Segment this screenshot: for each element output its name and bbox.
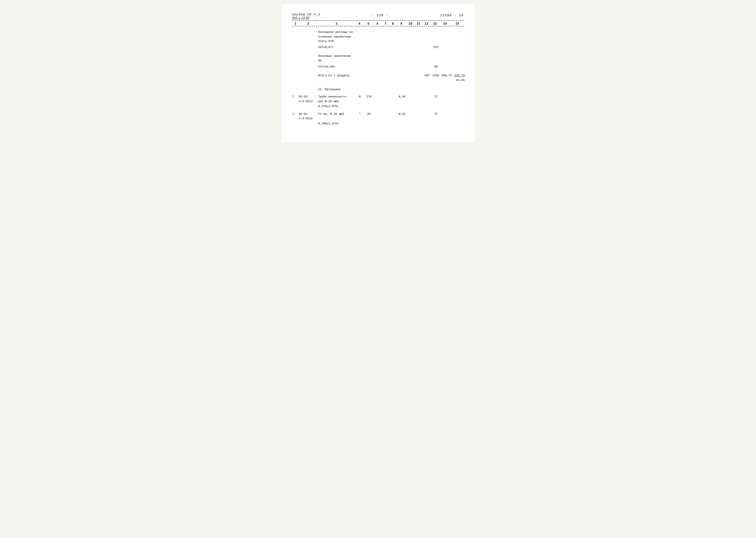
material-row-2: 2. 05-03п.8-0I25 То же, Ø 25 мм2 " 20 0,… xyxy=(292,112,464,126)
overhead-title: Накладные расходы наосновную заработнуюп… xyxy=(318,30,355,44)
cell-3-overhead: Накладные расходы наосновную заработнуюп… xyxy=(318,30,355,44)
planned-val: 89 xyxy=(432,65,440,69)
row2-unit: " xyxy=(355,112,364,117)
row1-qty: I78 xyxy=(364,94,374,99)
row2-num: 2. xyxy=(292,112,299,117)
material-row-1-top: I. 05-03п.8-0I23 Труба винипласто-вая Ø … xyxy=(292,94,464,104)
row2-qty: 20 xyxy=(364,112,374,117)
overhead-formula-row: 34Ix0,87= 297 xyxy=(292,45,464,50)
row1-code: 05-03п.8-0I23 xyxy=(299,94,318,104)
row1-num: I. xyxy=(292,94,299,99)
right-code: 21598 - 18 xyxy=(440,14,464,17)
col-header-7: 7 xyxy=(382,22,389,26)
col-header-3: 3 xyxy=(318,22,355,26)
itogo-label: Итого по I разделу: xyxy=(318,73,355,78)
content-area: Накладные расходы наосновную заработнуюп… xyxy=(292,30,464,126)
row1-formula: 0,370xI,076= xyxy=(318,104,355,109)
planned-title: Плановые накопления8% xyxy=(318,54,355,63)
overhead-formula: 34Ix0,87= xyxy=(318,45,355,50)
col-header-6: 6 xyxy=(373,22,382,26)
planned-block: Плановые накопления8% xyxy=(292,54,464,63)
header-divider xyxy=(292,20,464,21)
materials-title: II. Материалы xyxy=(318,87,355,92)
row2-formula: 0,490xI,076= xyxy=(318,122,355,126)
overhead-val: 297 xyxy=(432,45,440,50)
material-row-1-formula: 0,370xI,076= xyxy=(292,104,464,109)
document-page: альбом XV ч.2 810-1-13.86 - 220 - 21598 … xyxy=(282,4,474,142)
album-info: альбом XV ч.2 810-1-13.86 xyxy=(292,13,320,20)
col-header-14: I4 xyxy=(439,22,451,26)
row1-total: 7I xyxy=(432,94,440,99)
col-header-2: 2 xyxy=(299,22,318,26)
itogo-col15: I42,79 44,95 xyxy=(452,73,465,82)
album-title: альбом XV ч.2 xyxy=(292,13,320,17)
col-header-1: I xyxy=(292,22,299,26)
col-header-12: I2 xyxy=(422,22,431,26)
overhead-block: Накладные расходы наосновную заработнуюп… xyxy=(292,30,464,44)
material-row-2-top: 2. 05-03п.8-0I25 То же, Ø 25 мм2 " 20 0,… xyxy=(292,112,464,121)
itogo-col13: I202 xyxy=(432,73,440,78)
planned-formula: IIIзx0,08= xyxy=(318,65,355,69)
itogo-val-bottom: 44,95 xyxy=(456,78,465,83)
center-code: - 220 - xyxy=(372,14,389,17)
album-subtitle: 810-1-13.86 xyxy=(292,17,320,20)
itogo-val-stack: I42,79 44,95 xyxy=(452,73,465,82)
col-header-11: II xyxy=(415,22,422,26)
col-header-9: 9 xyxy=(397,22,406,26)
col-header-8: 8 xyxy=(389,22,397,26)
itogo-col14: 340,73 xyxy=(440,73,452,78)
row2-desc: То же, Ø 25 мм2 xyxy=(318,112,355,117)
column-headers: I 2 3 4 5 6 7 8 9 IO II I2 I3 I4 I5 xyxy=(292,22,464,26)
material-row-1: I. 05-03п.8-0I23 Труба винипласто-вая Ø … xyxy=(292,94,464,109)
col-header-5: 5 xyxy=(364,22,373,26)
material-row-2-formula: 0,490xI,076= xyxy=(292,122,464,126)
planned-formula-row: IIIзx0,08= 89 xyxy=(292,65,464,69)
col-header-divider xyxy=(292,26,464,27)
row1-price: 0,40 xyxy=(397,94,407,99)
materials-section-header: II. Материалы xyxy=(292,87,464,92)
header: альбом XV ч.2 810-1-13.86 - 220 - 21598 … xyxy=(292,13,464,20)
itogo-val-top: I42,79 xyxy=(454,73,465,78)
row2-code: 05-03п.8-0I25 xyxy=(299,112,318,121)
itogo-row: Итого по I разделу: 98I I202 340,73 I42,… xyxy=(292,73,464,82)
col-header-4: 4 xyxy=(355,22,364,26)
row2-total: II xyxy=(432,112,440,117)
row1-unit: M xyxy=(355,94,364,99)
col-header-10: IO xyxy=(406,22,415,26)
col-header-13: I3 xyxy=(431,22,439,26)
itogo-col12: 98I xyxy=(423,73,432,78)
col-header-15: I5 xyxy=(451,22,464,26)
row2-price: 0,53 xyxy=(397,112,407,117)
row1-desc: Труба винипласто-вая Ø 20 мм2 xyxy=(318,94,355,104)
